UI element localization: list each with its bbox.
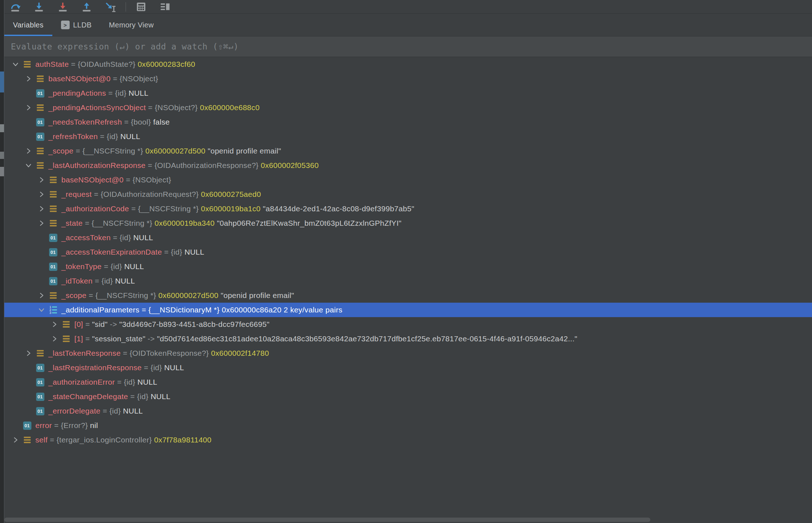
object-icon: [35, 346, 45, 360]
tree-row[interactable]: _lastAuthorizationResponse = {OIDAuthori…: [4, 158, 812, 173]
tree-row[interactable]: 01_stateChangeDelegate = {id} NULL: [4, 389, 812, 404]
tab-label: Variables: [13, 21, 44, 29]
tree-row[interactable]: self = {tergar_ios.LoginController} 0x7f…: [4, 433, 812, 447]
tree-row[interactable]: _scope = {__NSCFString *} 0x60000027d500…: [4, 144, 812, 158]
tree-row[interactable]: _pendingActionsSyncObject = {NSObject?} …: [4, 100, 812, 115]
variable-text: _needsTokenRefresh = {bool} false: [48, 118, 170, 126]
chevron-right-icon[interactable]: [48, 332, 61, 346]
chevron-spacer: [22, 360, 35, 375]
evaluate-expression-input[interactable]: Evaluate expression (↵) or add a watch (…: [4, 36, 812, 57]
chevron-spacer: [22, 86, 35, 100]
tree-row[interactable]: 123_additionalParameters = {__NSDictiona…: [4, 303, 812, 317]
variable-text: self = {tergar_ios.LoginController} 0x7f…: [35, 436, 211, 444]
step-over-button[interactable]: [8, 1, 22, 13]
variable-text: _errorDelegate = {id} NULL: [48, 407, 143, 415]
tree-row[interactable]: baseNSObject@0 = {NSObject}: [4, 72, 812, 86]
tree-row[interactable]: 01_idToken = {id} NULL: [4, 274, 812, 288]
object-icon: [22, 433, 32, 447]
tree-row[interactable]: baseNSObject@0 = {NSObject}: [4, 173, 812, 187]
primitive-icon: 01: [35, 129, 45, 144]
variable-text: baseNSObject@0 = {NSObject}: [61, 176, 171, 184]
tree-row[interactable]: 01error = {Error?} nil: [4, 418, 812, 433]
variable-text: _accessToken = {id} NULL: [61, 233, 153, 242]
tree-row[interactable]: _lastTokenResponse = {OIDTokenResponse?}…: [4, 346, 812, 360]
chevron-right-icon[interactable]: [22, 144, 35, 158]
tree-row[interactable]: _request = {OIDAuthorizationRequest?} 0x…: [4, 187, 812, 202]
chevron-right-icon[interactable]: [35, 288, 48, 303]
variable-text: _state = {__NSCFString *} 0x6000019ba340…: [61, 219, 402, 228]
force-step-into-button[interactable]: [56, 1, 70, 13]
active-tab-underline: [4, 35, 52, 36]
chevron-down-icon[interactable]: [9, 57, 22, 72]
evaluate-expression-button[interactable]: [134, 1, 148, 13]
variable-text: _authorizationError = {id} NULL: [48, 378, 157, 386]
chevron-spacer: [22, 129, 35, 144]
tab-lldb[interactable]: >LLDB: [52, 14, 100, 36]
variable-text: authState = {OIDAuthState?} 0x60000283cf…: [35, 60, 195, 69]
run-to-cursor-button[interactable]: [103, 1, 118, 13]
tree-row[interactable]: _state = {__NSCFString *} 0x6000019ba340…: [4, 216, 812, 230]
step-over-icon: [9, 1, 21, 13]
step-out-button[interactable]: [79, 1, 94, 13]
tree-row[interactable]: 01_errorDelegate = {id} NULL: [4, 404, 812, 418]
tab-label: Memory View: [109, 21, 154, 29]
object-icon: [48, 288, 58, 303]
chevron-spacer: [35, 245, 48, 259]
chevron-right-icon[interactable]: [35, 173, 48, 187]
chevron-spacer: [9, 418, 22, 433]
tree-row[interactable]: _scope = {__NSCFString *} 0x60000027d500…: [4, 288, 812, 303]
tree-row[interactable]: 01_lastRegistrationResponse = {id} NULL: [4, 360, 812, 375]
object-icon: [48, 202, 58, 216]
horizontal-scrollbar[interactable]: [4, 518, 650, 522]
variable-text: error = {Error?} nil: [35, 421, 98, 430]
tree-row[interactable]: 01_tokenType = {id} NULL: [4, 259, 812, 274]
tree-row[interactable]: 01_accessToken = {id} NULL: [4, 230, 812, 245]
chevron-right-icon[interactable]: [22, 346, 35, 360]
variable-text: _request = {OIDAuthorizationRequest?} 0x…: [61, 190, 261, 199]
chevron-spacer: [22, 375, 35, 389]
object-icon: [22, 57, 32, 72]
primitive-icon: 01: [35, 360, 45, 375]
chevron-right-icon[interactable]: [35, 187, 48, 202]
background-fragment: [0, 152, 4, 159]
chevron-down-icon[interactable]: [35, 303, 48, 317]
variable-text: baseNSObject@0 = {NSObject}: [48, 74, 158, 83]
tree-row[interactable]: [1] = "session_state" -> "d50d7614ed86ec…: [4, 332, 812, 346]
chevron-spacer: [35, 259, 48, 274]
primitive-icon: 01: [35, 115, 45, 129]
tab-variables[interactable]: Variables: [4, 14, 52, 36]
tree-row[interactable]: [0] = "sid" -> "3dd469c7-b893-4451-a8cb-…: [4, 317, 812, 332]
chevron-right-icon[interactable]: [22, 72, 35, 86]
variable-text: _idToken = {id} NULL: [61, 277, 135, 285]
chevron-down-icon[interactable]: [22, 158, 35, 173]
tree-row[interactable]: 01_pendingActions = {id} NULL: [4, 86, 812, 100]
variable-text: _lastRegistrationResponse = {id} NULL: [48, 363, 184, 372]
chevron-right-icon[interactable]: [48, 317, 61, 332]
chevron-spacer: [22, 404, 35, 418]
object-icon: [61, 317, 71, 332]
chevron-right-icon[interactable]: [9, 433, 22, 447]
view-layout-button[interactable]: [158, 1, 172, 13]
variable-text: _stateChangeDelegate = {id} NULL: [48, 392, 170, 401]
background-window-sliver: [0, 0, 4, 523]
primitive-icon: 01: [35, 375, 45, 389]
chevron-right-icon[interactable]: [35, 216, 48, 230]
tree-row[interactable]: authState = {OIDAuthState?} 0x60000283cf…: [4, 57, 812, 72]
variables-tree: authState = {OIDAuthState?} 0x60000283cf…: [4, 57, 812, 523]
variable-text: _tokenType = {id} NULL: [61, 262, 144, 271]
toolbar-separator: [126, 2, 126, 12]
tree-rows-container: authState = {OIDAuthState?} 0x60000283cf…: [4, 57, 812, 447]
chevron-spacer: [22, 115, 35, 129]
chevron-right-icon[interactable]: [35, 202, 48, 216]
tab-memory-view[interactable]: Memory View: [100, 14, 162, 36]
step-into-button[interactable]: [32, 1, 46, 13]
object-icon: [35, 144, 45, 158]
tree-row[interactable]: 01_accessTokenExpirationDate = {id} NULL: [4, 245, 812, 259]
primitive-icon: 01: [35, 86, 45, 100]
tree-row[interactable]: 01_authorizationError = {id} NULL: [4, 375, 812, 389]
tree-row[interactable]: _authorizationCode = {__NSCFString *} 0x…: [4, 202, 812, 216]
tree-row[interactable]: 01_needsTokenRefresh = {bool} false: [4, 115, 812, 129]
chevron-spacer: [35, 274, 48, 288]
tree-row[interactable]: 01_refreshToken = {id} NULL: [4, 129, 812, 144]
chevron-right-icon[interactable]: [22, 100, 35, 115]
